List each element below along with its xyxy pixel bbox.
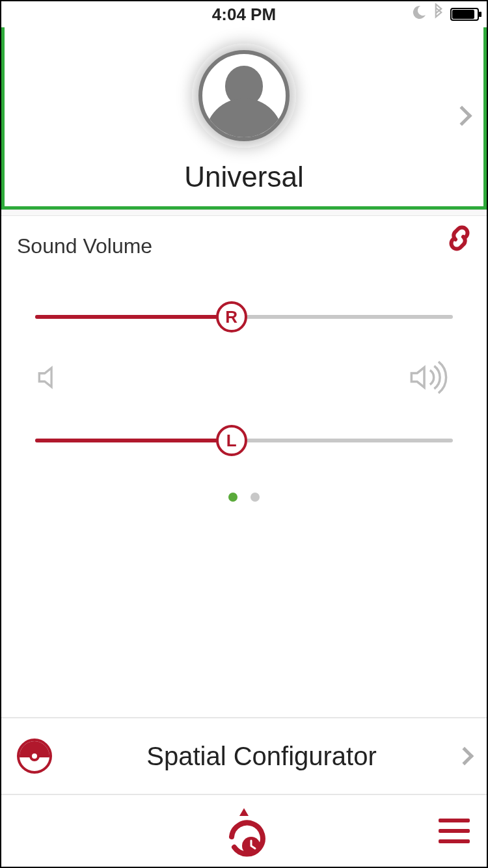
bluetooth-icon bbox=[432, 3, 445, 26]
link-channels-icon[interactable] bbox=[444, 223, 475, 256]
status-right-cluster bbox=[411, 1, 479, 27]
slider-left-thumb[interactable]: L bbox=[216, 425, 247, 456]
slider-left-fill bbox=[35, 439, 232, 442]
speaker-mute-icon[interactable] bbox=[34, 361, 66, 396]
volume-icons-row bbox=[30, 343, 458, 414]
slider-left-label: L bbox=[226, 431, 237, 451]
spatial-configurator-row[interactable]: Spatial Configurator bbox=[1, 717, 487, 795]
profile-name: Universal bbox=[5, 161, 483, 193]
spatial-chevron-icon bbox=[455, 747, 474, 765]
page-indicator[interactable] bbox=[17, 467, 471, 524]
spatial-icon bbox=[17, 739, 52, 774]
battery-icon bbox=[450, 8, 479, 21]
slider-right[interactable]: R bbox=[30, 291, 458, 343]
hamburger-menu-icon[interactable] bbox=[439, 819, 470, 843]
section-divider bbox=[1, 210, 487, 216]
status-bar: 4:04 PM bbox=[1, 1, 487, 27]
slider-right-fill bbox=[35, 315, 232, 319]
svg-marker-0 bbox=[239, 808, 249, 816]
slider-right-track[interactable]: R bbox=[35, 315, 453, 319]
spatial-configurator-label: Spatial Configurator bbox=[65, 742, 458, 771]
sliders-area: R L bbox=[17, 258, 471, 467]
page-dot-2[interactable] bbox=[251, 493, 260, 502]
slider-left-track[interactable]: L bbox=[35, 439, 453, 442]
bottom-bar bbox=[1, 795, 487, 867]
avatar bbox=[192, 44, 296, 148]
moon-icon bbox=[411, 5, 427, 25]
recent-timer-icon[interactable] bbox=[221, 808, 267, 854]
slider-right-label: R bbox=[225, 307, 237, 327]
status-time: 4:04 PM bbox=[212, 5, 276, 25]
profile-header[interactable]: Universal bbox=[1, 27, 487, 210]
speaker-loud-icon[interactable] bbox=[409, 359, 454, 398]
app-screen: 4:04 PM Universal Sound Volume bbox=[0, 0, 488, 868]
sound-volume-section: Sound Volume R bbox=[1, 216, 487, 717]
profile-chevron-icon[interactable] bbox=[455, 109, 469, 126]
page-dot-1[interactable] bbox=[228, 493, 237, 502]
avatar-placeholder-icon bbox=[198, 50, 290, 141]
slider-right-thumb[interactable]: R bbox=[216, 301, 247, 332]
slider-left[interactable]: L bbox=[30, 414, 458, 467]
sound-volume-title: Sound Volume bbox=[17, 234, 471, 258]
